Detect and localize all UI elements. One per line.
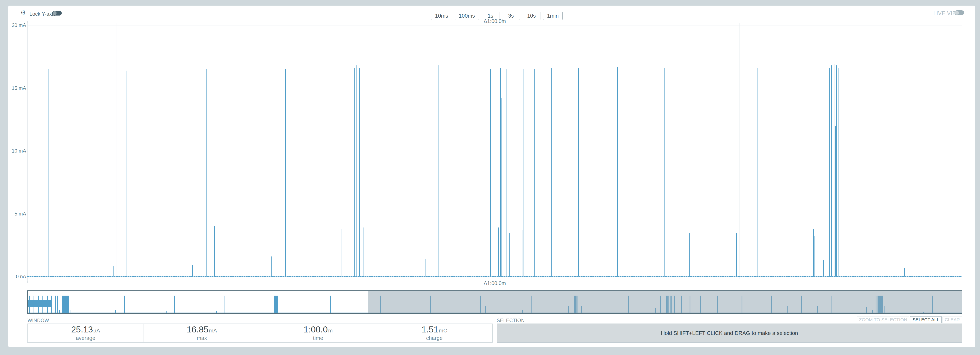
current-spike [836,65,837,277]
stat-box-charge: 1.51mCcharge [376,324,492,342]
rule-line [511,283,962,284]
stat-value: 25.13µA [71,325,100,334]
current-spike [271,257,272,277]
stat-box-max: 16.85mAmax [144,324,260,342]
current-spike [355,68,355,277]
minimap-spike [70,310,70,314]
minimap-spike [216,311,217,314]
current-spike [439,65,439,277]
current-spike [358,67,358,277]
lock-y-axis-label: Lock Y-axis [29,11,56,17]
current-spike [838,68,839,277]
current-spike [192,265,192,277]
current-spike [498,228,499,277]
current-spike [535,69,535,277]
delta-text: Δ1:00.0m [479,18,511,24]
minimap-activity-band [28,300,52,307]
current-spike [515,69,515,277]
selection-section-label: SELECTION [497,318,525,323]
minimap-spike [276,296,277,314]
live-view-toggle[interactable] [955,10,964,15]
delta-text: Δ1:00.0m [479,280,511,286]
window-delta-label-top: Δ1:00.0m [27,18,962,24]
window-section-label: WINDOW [27,318,49,323]
current-spike [506,69,506,277]
current-spike [34,258,34,277]
current-spike [904,268,905,277]
selection-button-clear: CLEAR [942,316,962,323]
current-spike [508,69,508,277]
current-spike [617,67,618,277]
current-spike [835,126,835,277]
minimap-spike [43,296,43,314]
current-spike [356,65,357,277]
current-spike [127,71,127,277]
y-tick-label: 10 mA [12,148,26,154]
minimap-spike [68,296,69,314]
current-spike [523,69,523,277]
minimap-spike [174,296,175,314]
y-tick-label: 15 mA [12,85,26,91]
minimap-spike [166,311,167,314]
minimap-spike [275,296,276,314]
stat-unit: mA [209,328,217,334]
current-spike [664,68,665,277]
current-spike [509,233,509,277]
current-spike [501,98,502,277]
current-spike [351,261,351,277]
current-spike [342,229,342,277]
selection-action-buttons: ZOOM TO SELECTIONSELECT ALLCLEAR [899,316,962,323]
current-spike [551,68,552,277]
power-profiler-app: { "icons": { "gear": "⚙" }, "toolbar": {… [0,0,980,355]
stat-label: charge [426,335,443,341]
stat-value: 1:00.0m [304,325,332,334]
lock-y-axis-toggle[interactable] [52,11,62,16]
stat-label: max [197,335,207,341]
current-spike [814,236,815,277]
minimap-spike [38,296,39,314]
window-delta-label-bottom: Δ1:00.0m [27,280,962,286]
stat-unit: µA [94,328,100,334]
recording-minimap[interactable] [27,290,963,314]
y-tick-label: 20 mA [12,22,26,28]
y-tick-label: 0 nA [16,274,26,279]
current-spike [689,233,690,277]
current-spike [829,68,830,277]
current-spike [833,63,833,277]
stat-unit: m [328,328,332,334]
stat-box-average: 25.13µAaverage [27,324,144,342]
minimap-spike [29,296,30,314]
selection-button-zoom-to-selection: ZOOM TO SELECTION [857,316,910,323]
minimap-spike [51,296,52,314]
current-spike [285,69,286,277]
minimap-spike [33,296,34,314]
stat-value: 1.51mC [422,325,447,334]
selection-button-select-all[interactable]: SELECT ALL [910,316,942,323]
minimap-spike [55,296,56,314]
current-spike [206,69,207,277]
stat-unit: mC [439,328,447,334]
stat-label: average [76,335,95,341]
rule-line [27,283,479,284]
minimap-spike [47,296,48,314]
current-spike [578,68,579,277]
stat-label: time [313,335,323,341]
selection-stats-area: Hold SHIFT+LEFT CLICK and DRAG to make a… [497,323,962,342]
zero-baseline-trace [27,276,962,277]
main-current-chart[interactable] [27,25,962,277]
current-spike [113,266,113,277]
window-stats-row: 25.13µAaverage16.85mAmax1:00.0mtime1.51m… [27,323,493,342]
minimap-spike [60,310,60,314]
current-spike [842,229,842,277]
y-axis-tick-labels: 20 mA15 mA10 mA5 mA0 nA [4,0,26,355]
current-spike [48,69,48,277]
current-spike [503,69,503,277]
current-spike [364,228,364,277]
current-spike [490,69,491,277]
stat-box-time: 1:00.0mtime [260,324,376,342]
current-spike [522,230,522,277]
current-spike [500,68,501,277]
current-spike [831,65,832,277]
minimap-spike [224,296,225,314]
minimap-window-overlay[interactable] [368,291,962,314]
